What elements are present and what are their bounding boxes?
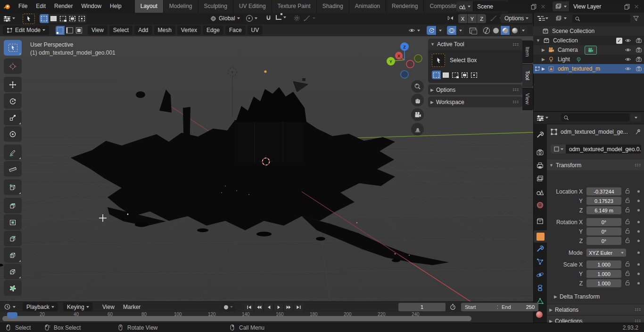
object-visibility-dropdown[interactable] (408, 27, 420, 34)
collection-checkbox[interactable]: ✓ (616, 38, 622, 44)
outliner-filter-icon[interactable] (633, 15, 639, 22)
menu-add[interactable]: Add (134, 25, 152, 35)
camera-data-icon[interactable] (585, 46, 597, 55)
shading-solid-button[interactable] (491, 26, 501, 35)
workspace-tab-sculpting[interactable]: Sculpting (198, 0, 233, 13)
menu-mesh[interactable]: Mesh (154, 25, 175, 35)
object-id-icon-dropdown[interactable] (551, 145, 566, 154)
proportional-falloff-dropdown[interactable] (304, 15, 315, 22)
eye-icon[interactable] (622, 47, 634, 53)
vertex-mode-button[interactable] (56, 26, 65, 35)
menu-vertex[interactable]: Vertex (177, 25, 201, 35)
tab-render[interactable] (536, 148, 544, 156)
options-dropdown[interactable]: Options (501, 14, 532, 23)
tab-tool[interactable] (536, 130, 544, 138)
outliner-filter-id-dropdown[interactable] (555, 15, 567, 22)
face-mode-button[interactable] (74, 26, 83, 35)
tool-rotate[interactable] (4, 93, 22, 109)
tool-transform[interactable] (4, 126, 22, 142)
light-expand-icon[interactable]: ▶ (542, 57, 545, 62)
lock-icon[interactable] (624, 197, 631, 203)
lock-icon[interactable] (624, 218, 631, 225)
end-frame-field[interactable]: End 250 (498, 303, 538, 311)
rotation-mode-dropdown[interactable]: XYZ Euler (586, 249, 626, 257)
eye-icon[interactable] (622, 65, 634, 72)
shading-material-button[interactable] (501, 26, 510, 35)
menu-window[interactable]: Window (77, 0, 106, 13)
mirror-y-button[interactable]: Y (468, 14, 477, 23)
timeline-menu-marker[interactable]: Marker (119, 302, 145, 312)
building-block[interactable] (234, 120, 304, 162)
menu-view[interactable]: View (88, 25, 107, 35)
camera-view-button[interactable] (411, 108, 424, 121)
select-mode-invert[interactable] (68, 14, 77, 23)
play-button[interactable] (274, 303, 284, 311)
workspace-tab-modeling[interactable]: Modeling (164, 0, 198, 13)
outliner-row-light[interactable]: ▶ Light (533, 55, 644, 64)
tool-add-cube[interactable] (4, 179, 22, 195)
keying-dropdown[interactable]: Keying (63, 302, 93, 311)
npanel-select-mode-subtract[interactable] (451, 71, 460, 79)
workspace-tab-texture-paint[interactable]: Texture Paint (272, 0, 317, 13)
axis-z-neg[interactable] (401, 71, 408, 78)
tab-constraints[interactable] (536, 284, 544, 292)
animate-dot[interactable] (637, 221, 640, 223)
close-scene-icon[interactable] (538, 4, 548, 9)
animate-dot[interactable] (637, 273, 640, 275)
tab-world[interactable] (536, 201, 544, 209)
select-mode-extend[interactable] (49, 14, 58, 23)
new-scene-icon[interactable] (529, 3, 538, 10)
tool-inset-faces[interactable] (4, 214, 22, 230)
collection-expand-icon[interactable]: ▼ (536, 38, 540, 43)
render-visibility-icon[interactable] (634, 37, 644, 44)
properties-search-input[interactable] (561, 113, 629, 121)
tool-annotate[interactable] (4, 145, 22, 160)
options-panel-header[interactable]: ▶Options (428, 84, 522, 95)
mirror-x-button[interactable]: X (458, 14, 468, 23)
tool-extrude-region[interactable] (4, 198, 22, 213)
menu-file[interactable]: File (14, 0, 32, 13)
playback-dropdown[interactable]: Playback (23, 302, 58, 311)
sidebar-tab-tool[interactable]: Tool (522, 64, 533, 87)
npanel-select-mode-invert[interactable] (460, 71, 470, 79)
tool-move[interactable] (4, 77, 22, 92)
use-preview-range-icon[interactable] (449, 303, 456, 310)
menu-select[interactable]: Select (109, 25, 132, 35)
animate-dot[interactable] (637, 282, 640, 284)
overlays-dropdown[interactable] (457, 26, 464, 35)
menu-render[interactable]: Render (50, 0, 77, 13)
timeline-ruler[interactable]: 20 40 60 80 100 120 140 160 180 200 220 … (0, 312, 533, 323)
camera-gizmo[interactable] (293, 78, 308, 92)
mesh-object[interactable] (0, 87, 449, 267)
scale-y-field[interactable]: 1.000 (586, 270, 621, 278)
properties-options-dropdown[interactable] (631, 113, 641, 121)
menu-edit[interactable]: Edit (32, 0, 50, 13)
tab-particles[interactable] (536, 258, 544, 266)
workspace-tab-animation[interactable]: Animation (349, 0, 386, 13)
delta-transform-subpanel[interactable]: ▶Delta Transform (552, 293, 600, 300)
npanel-select-mode-extend[interactable] (441, 71, 451, 79)
tab-physics[interactable] (536, 271, 544, 279)
record-button[interactable] (224, 305, 228, 309)
view-layer-selector[interactable]: View Layer (553, 1, 641, 11)
render-visibility-icon[interactable] (634, 47, 644, 53)
scale-x-field[interactable]: 1.000 (586, 260, 621, 268)
lock-icon[interactable] (624, 237, 631, 243)
lock-icon[interactable] (624, 260, 631, 267)
previous-keyframe-button[interactable] (254, 303, 264, 311)
animate-dot[interactable] (637, 263, 640, 266)
location-z-field[interactable]: 6.149 m (586, 206, 621, 214)
tool-poly-build[interactable] (4, 280, 22, 296)
workspace-tab-rendering[interactable]: Rendering (386, 0, 424, 13)
new-view-layer-icon[interactable] (622, 3, 632, 10)
editor-type-tool-settings-icon[interactable] (4, 16, 15, 21)
object-id-name[interactable]: odm_textured_model_geo.0... (566, 145, 641, 154)
shading-wireframe-button[interactable] (482, 26, 491, 35)
camera-expand-icon[interactable]: ▶ (542, 48, 545, 52)
axis-y-neg[interactable] (414, 55, 422, 62)
panel-drag-handle[interactable] (512, 43, 519, 46)
menu-uv[interactable]: UV (248, 25, 263, 35)
snap-magnet-icon[interactable] (265, 15, 272, 22)
active-tool-button[interactable] (23, 14, 35, 24)
mode-dropdown[interactable]: Edit Mode (3, 25, 49, 35)
